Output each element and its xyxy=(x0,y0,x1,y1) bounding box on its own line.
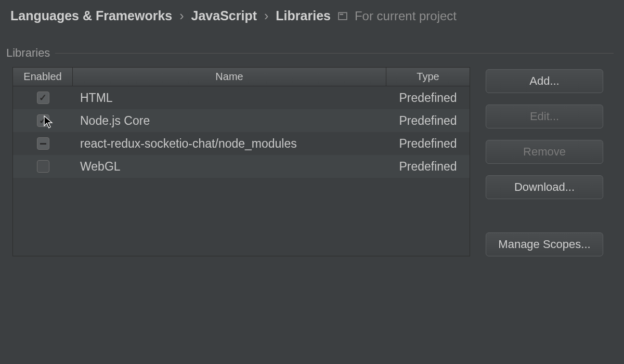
breadcrumb-seg-libraries[interactable]: Libraries xyxy=(276,8,331,23)
table-row[interactable]: HTMLPredefined xyxy=(13,86,470,109)
divider xyxy=(55,53,614,54)
library-name: WebGL xyxy=(73,160,386,174)
chevron-right-icon: › xyxy=(179,8,184,23)
library-type: Predefined xyxy=(386,114,470,128)
library-type: Predefined xyxy=(386,137,470,151)
svg-rect-0 xyxy=(339,12,347,20)
table-row[interactable]: WebGLPredefined xyxy=(13,155,470,178)
col-name[interactable]: Name xyxy=(73,68,386,86)
add-button[interactable]: Add... xyxy=(486,69,603,93)
col-enabled[interactable]: Enabled xyxy=(13,68,73,86)
enabled-checkbox[interactable] xyxy=(37,114,49,127)
edit-button[interactable]: Edit... xyxy=(486,105,603,128)
col-type[interactable]: Type xyxy=(386,68,470,86)
table-header: Enabled Name Type xyxy=(13,68,470,86)
enabled-checkbox[interactable] xyxy=(37,137,49,150)
remove-button[interactable]: Remove xyxy=(486,140,603,164)
enabled-checkbox[interactable] xyxy=(37,160,49,173)
library-name: react-redux-socketio-chat/node_modules xyxy=(73,137,386,151)
chevron-right-icon: › xyxy=(264,8,268,23)
enabled-checkbox[interactable] xyxy=(37,92,49,104)
breadcrumb: Languages & Frameworks › JavaScript › Li… xyxy=(0,0,624,25)
library-name: HTML xyxy=(73,91,386,105)
table-row[interactable]: Node.js CorePredefined xyxy=(13,109,470,132)
library-name: Node.js Core xyxy=(73,114,386,128)
libraries-table: Enabled Name Type HTMLPredefinedNode.js … xyxy=(12,67,470,256)
svg-rect-1 xyxy=(340,14,343,15)
button-column: Add... Edit... Remove Download... Manage… xyxy=(486,67,603,256)
manage-scopes-button[interactable]: Manage Scopes... xyxy=(486,232,603,256)
download-button[interactable]: Download... xyxy=(486,175,603,199)
table-row[interactable]: react-redux-socketio-chat/node_modulesPr… xyxy=(13,132,470,155)
library-type: Predefined xyxy=(386,91,470,105)
project-scope-icon xyxy=(338,11,347,21)
breadcrumb-seg-javascript[interactable]: JavaScript xyxy=(191,8,257,23)
breadcrumb-seg-languages[interactable]: Languages & Frameworks xyxy=(10,8,172,23)
library-type: Predefined xyxy=(386,160,470,174)
scope-label: For current project xyxy=(355,9,457,23)
section-title: Libraries xyxy=(6,46,50,60)
